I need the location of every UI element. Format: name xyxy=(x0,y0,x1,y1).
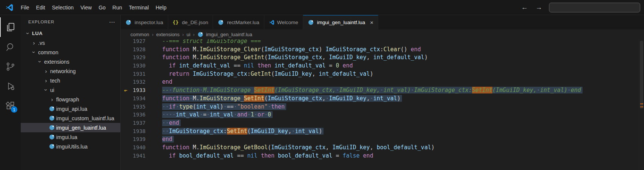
tree-item-ui[interactable]: ›ui xyxy=(21,85,120,95)
tree-item-imgui_api.lua[interactable]: imgui_api.lua xyxy=(21,104,120,113)
gutter[interactable]: 1940 xyxy=(121,144,154,152)
gutter[interactable]: 1929 xyxy=(121,54,154,62)
lua-file-icon xyxy=(49,125,54,130)
code-text: --=== struct ImGuiStorage === xyxy=(154,39,261,46)
search-icon[interactable] xyxy=(0,37,21,57)
tab-label: inspector.lua xyxy=(135,20,163,25)
code-line[interactable]: 1927--=== struct ImGuiStorage === xyxy=(121,39,639,46)
tree-item-tech[interactable]: ›tech xyxy=(21,76,120,85)
forward-arrow[interactable]: → xyxy=(535,3,543,11)
breadcrumb-item[interactable]: ui xyxy=(187,32,190,37)
copilot-sparkle-icon[interactable]: ✦✦ xyxy=(121,86,130,95)
tree-item-imgui_gen_luaintf.lua[interactable]: imgui_gen_luaintf.lua xyxy=(21,123,120,132)
extensions-icon[interactable]: 1 xyxy=(0,96,21,115)
code-line[interactable]: 1937··end xyxy=(121,119,639,127)
gutter[interactable]: 1938 xyxy=(121,127,154,136)
more-actions-icon[interactable]: ⋯ xyxy=(109,18,115,26)
gutter[interactable]: 1936 xyxy=(121,111,154,119)
code-token: ·· xyxy=(162,128,169,135)
gutter[interactable]: 1930 xyxy=(121,62,154,70)
whitespace-dot: · xyxy=(411,87,414,93)
tab-Welcome[interactable]: Welcome xyxy=(264,15,303,29)
code-line[interactable]: ✦✦1933--·function·M.ImGuiStorage_SetInt(… xyxy=(121,86,639,95)
menu-file[interactable]: File xyxy=(17,3,33,12)
gutter[interactable]: 1939 xyxy=(121,135,154,144)
tab-de_DE.json[interactable]: {}de_DE.json xyxy=(168,15,213,29)
tree-item-imgui.lua[interactable]: imgui.lua xyxy=(21,132,120,142)
code-line[interactable]: 1935··if·type(int_val)·==·"boolean"·then xyxy=(121,103,639,111)
code-token: ) xyxy=(424,54,428,61)
tree-item-LUA[interactable]: ›LUA xyxy=(21,29,120,38)
tree-item-imgui_custom_luaintf.lua[interactable]: imgui_custom_luaintf.lua xyxy=(21,113,120,123)
code-token: ImGuiStorage_ctx xyxy=(268,54,322,61)
source-control-icon[interactable] xyxy=(0,57,21,76)
code-token: end xyxy=(162,136,172,142)
code-line[interactable]: 1938··ImGuiStorage_ctx:SetInt(ImGuiID_ke… xyxy=(121,127,639,136)
tree-item-extensions[interactable]: ›extensions xyxy=(21,57,120,66)
tree-item-networking[interactable]: ›networking xyxy=(21,66,120,76)
menu-view[interactable]: View xyxy=(77,3,95,12)
menu-help[interactable]: Help xyxy=(152,3,170,12)
tab-rectMarker.lua[interactable]: rectMarker.lua xyxy=(213,15,264,29)
code-viewport[interactable]: 1927--=== struct ImGuiStorage ===1928fun… xyxy=(121,39,639,170)
menu-terminal[interactable]: Terminal xyxy=(126,3,152,12)
whitespace-dot: · xyxy=(189,95,193,102)
code-token: function xyxy=(162,54,189,61)
menu-run[interactable]: Run xyxy=(109,3,126,12)
code-line[interactable]: 1939end xyxy=(121,135,639,144)
code-token: = xyxy=(333,152,343,159)
code-line[interactable]: 1934function·M.ImGuiStorage_SetInt(ImGui… xyxy=(121,95,639,103)
gutter[interactable]: 1932 xyxy=(121,78,154,86)
gutter[interactable]: 1934 xyxy=(121,95,154,103)
breadcrumb-item[interactable]: common xyxy=(130,32,149,37)
breadcrumb-item[interactable]: extensions xyxy=(156,32,179,37)
tab-imgui_gen_luaintf.lua[interactable]: imgui_gen_luaintf.lua× xyxy=(303,15,378,29)
close-icon[interactable]: × xyxy=(370,19,373,26)
code-line[interactable]: 1931 return ImGuiStorage_ctx:GetInt(ImGu… xyxy=(121,70,639,78)
line-number: 1936 xyxy=(130,111,146,119)
gutter[interactable]: 1927 xyxy=(121,39,154,46)
code-token: ImGuiID_key xyxy=(329,54,366,61)
code-line[interactable]: 1941 if bool_default_val == nil then boo… xyxy=(121,152,639,160)
breadcrumb-item[interactable]: imgui_gen_luaintf.lua xyxy=(197,32,252,37)
tree-item-imguiUtils.lua[interactable]: imguiUtils.lua xyxy=(21,142,120,151)
code-token: == xyxy=(234,152,247,159)
tab-inspector.lua[interactable]: inspector.lua xyxy=(121,15,168,29)
tree-item-common[interactable]: ›common xyxy=(21,47,120,57)
code-line[interactable]: 1936····int_val·=·int_val·and·1·or·0 xyxy=(121,111,639,119)
run-debug-icon[interactable] xyxy=(0,76,21,96)
menu-go[interactable]: Go xyxy=(95,3,109,12)
selection-highlight: end xyxy=(162,136,174,142)
gutter[interactable]: 1937 xyxy=(121,119,154,127)
scrollbar[interactable] xyxy=(639,39,644,170)
code-line[interactable]: 1932end xyxy=(121,78,639,86)
tree-item-flowgraph[interactable]: ›flowgraph xyxy=(21,95,120,104)
gutter[interactable]: 1941 xyxy=(121,152,154,160)
gutter[interactable]: 1928 xyxy=(121,46,154,54)
back-arrow[interactable]: ← xyxy=(520,3,529,11)
menu-edit[interactable]: Edit xyxy=(33,3,49,12)
code-span: --=== struct ImGuiStorage === xyxy=(162,39,261,44)
gutter[interactable]: 1931 xyxy=(121,70,154,78)
code-text: --·function·M.ImGuiStorage_SetInt(ImGuiS… xyxy=(154,86,583,95)
code-line[interactable]: 1928function M.ImGuiStorage_Clear(ImGuiS… xyxy=(121,46,639,54)
code-token: int_default_val xyxy=(179,62,230,69)
explorer-icon[interactable] xyxy=(0,17,21,37)
code-text: ··if·type(int_val)·==·"boolean"·then xyxy=(154,103,286,111)
code-token: ) xyxy=(319,46,325,53)
command-center-search[interactable] xyxy=(549,3,640,12)
whitespace-dot: · xyxy=(380,87,383,93)
code-line[interactable]: 1929function M.ImGuiStorage_GetInt(ImGui… xyxy=(121,54,639,62)
explorer-sidebar: EXPLORER ⋯ ›LUA›.vs›common›extensions›ne… xyxy=(21,15,121,170)
scrollbar-thumb[interactable] xyxy=(640,41,643,109)
code-line[interactable]: 1930 if int_default_val == nil then int_… xyxy=(121,62,639,70)
menu-selection[interactable]: Selection xyxy=(49,3,77,12)
code-token: int_default_val xyxy=(319,70,370,77)
code-token: , xyxy=(326,144,333,151)
gutter[interactable]: 1935 xyxy=(121,103,154,111)
tree-item-label: common xyxy=(38,49,58,55)
line-number: 1932 xyxy=(130,78,146,86)
gutter[interactable]: ✦✦1933 xyxy=(121,86,154,95)
tree-item-.vs[interactable]: ›.vs xyxy=(21,38,120,47)
code-line[interactable]: 1940function M.ImGuiStorage_GetBool(ImGu… xyxy=(121,144,639,152)
